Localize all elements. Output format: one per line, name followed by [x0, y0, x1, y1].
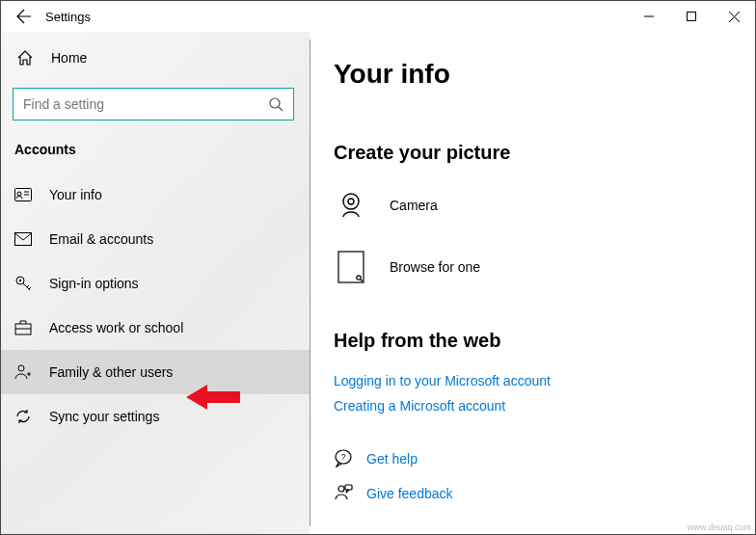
svg-point-15 [18, 365, 24, 371]
svg-point-25 [338, 486, 344, 492]
svg-line-22 [361, 280, 364, 282]
svg-rect-10 [15, 233, 32, 246]
page-title: Your info [334, 59, 755, 90]
svg-point-12 [19, 280, 21, 281]
search-input[interactable] [23, 96, 268, 112]
back-button[interactable] [9, 1, 40, 32]
minimize-button[interactable] [628, 1, 670, 32]
give-feedback-link[interactable]: Give feedback [366, 486, 453, 501]
nav-label: Email & accounts [49, 231, 153, 247]
category-title: Accounts [1, 130, 310, 173]
picture-section-title: Create your picture [334, 142, 755, 164]
minimize-icon [644, 12, 654, 21]
key-icon [14, 275, 32, 292]
help-link-login[interactable]: Logging in to your Microsoft account [334, 373, 755, 388]
svg-point-18 [343, 194, 359, 209]
svg-rect-20 [338, 252, 364, 282]
nav-label: Family & other users [49, 364, 173, 380]
nav-label: Sign-in options [49, 276, 139, 291]
people-add-icon [14, 363, 32, 381]
svg-point-4 [270, 98, 280, 108]
nav-signin-options[interactable]: Sign-in options [1, 261, 310, 306]
sync-icon [14, 408, 32, 425]
window-controls [628, 1, 755, 32]
help-bubble-icon: ? [334, 448, 353, 470]
close-icon [729, 12, 740, 22]
browse-file-icon [334, 250, 368, 284]
search-icon [268, 96, 284, 112]
sidebar: Home Accounts Your info Email & accounts… [1, 32, 310, 534]
back-arrow-icon [16, 9, 32, 24]
help-link-create-account[interactable]: Creating a Microsoft account [334, 398, 755, 414]
watermark: www.deuaq.com [688, 522, 751, 532]
feedback-icon [334, 483, 353, 505]
search-box[interactable] [13, 88, 294, 120]
window-title: Settings [45, 10, 91, 24]
nav-family-other-users[interactable]: Family & other users [1, 350, 310, 394]
svg-line-5 [279, 107, 283, 111]
mail-icon [14, 230, 32, 248]
id-card-icon [14, 186, 32, 203]
close-button[interactable] [713, 1, 755, 32]
nav-your-info[interactable]: Your info [1, 173, 310, 217]
help-section-title: Help from the web [334, 330, 755, 352]
home-nav[interactable]: Home [1, 38, 310, 78]
main-content: Your info Create your picture Camera Bro… [310, 32, 755, 534]
nav-label: Access work or school [49, 320, 183, 335]
give-feedback-row[interactable]: Give feedback [334, 479, 755, 508]
nav-label: Your info [49, 187, 102, 202]
camera-icon [334, 188, 368, 223]
svg-point-19 [348, 199, 354, 204]
maximize-icon [687, 12, 696, 21]
browse-option[interactable]: Browse for one [334, 247, 755, 287]
camera-option[interactable]: Camera [334, 185, 755, 226]
maximize-button[interactable] [670, 1, 713, 32]
nav-sync-settings[interactable]: Sync your settings [1, 394, 310, 439]
home-label: Home [51, 50, 87, 66]
get-help-row[interactable]: ? Get help [334, 444, 755, 473]
get-help-link[interactable]: Get help [366, 451, 418, 467]
titlebar: Settings [1, 1, 755, 32]
nav-email-accounts[interactable]: Email & accounts [1, 217, 310, 261]
home-icon [16, 49, 34, 67]
camera-label: Camera [390, 198, 438, 213]
nav-label: Sync your settings [49, 409, 159, 424]
settings-window: Settings Home Accounts [0, 0, 756, 535]
svg-rect-26 [345, 485, 352, 490]
briefcase-icon [14, 319, 32, 336]
svg-rect-1 [688, 13, 696, 21]
svg-point-7 [17, 192, 21, 196]
browse-label: Browse for one [390, 259, 480, 275]
svg-text:?: ? [340, 452, 345, 462]
nav-access-work-school[interactable]: Access work or school [1, 306, 310, 350]
